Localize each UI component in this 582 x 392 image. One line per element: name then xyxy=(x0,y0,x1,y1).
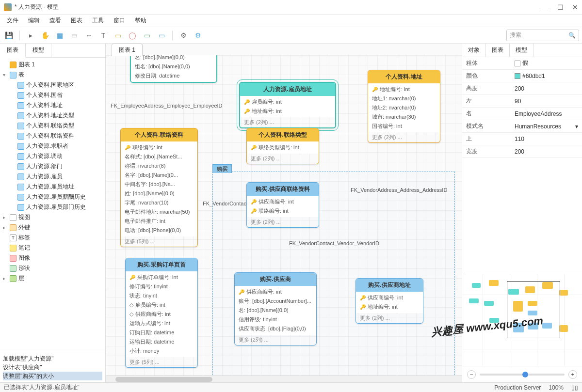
search-placeholder: 搜索 xyxy=(510,31,568,39)
left-panel: 图表 模型 图表 1 ▾表 个人资料.国家地区 个人资料.国省 个人资料.地址 … xyxy=(0,44,106,382)
right-tab-model[interactable]: 模型 xyxy=(510,44,534,57)
tree-table-item[interactable]: 人力资源.部门 xyxy=(26,162,63,171)
log-line: 设计表"供应商" xyxy=(3,363,102,372)
tree-layers-group[interactable]: 层 xyxy=(18,274,24,282)
tree-diagram-root[interactable]: 图表 1 xyxy=(18,61,35,69)
tree-labels-group[interactable]: 标签 xyxy=(18,234,30,242)
hand-icon[interactable]: ✋ xyxy=(39,30,51,41)
chevron-down-icon[interactable]: ▾ xyxy=(575,123,578,130)
note-icon[interactable]: ▭ xyxy=(112,30,124,41)
auto-layout-icon[interactable]: ⚙ xyxy=(178,30,189,41)
diagram-canvas[interactable]: 购买 购买 名: [dbo].[Name](0,0) 组名: [dbo].[Na… xyxy=(106,55,462,376)
zoom-in-button[interactable]: + xyxy=(568,370,577,379)
entity-vendor-contact[interactable]: 购买.供应商联络资料 🔑供应商编号: int 🔑联络编号: int 更多 (2列… xyxy=(246,182,319,228)
tree-table-item[interactable]: 人力资源.雇员部门历史 xyxy=(26,203,86,211)
text-icon[interactable]: T xyxy=(97,30,109,41)
menu-view[interactable]: 查看 xyxy=(46,15,65,26)
image-icon[interactable]: ▭ xyxy=(141,30,153,41)
menu-edit[interactable]: 编辑 xyxy=(24,15,44,26)
entity-employee-address[interactable]: 人力资源.雇员地址 🔑雇员编号: int 🔑地址编号: int 更多 (2列) … xyxy=(239,82,336,128)
key-icon: 🔑 xyxy=(251,145,257,150)
key-icon: 🔑 xyxy=(372,87,378,92)
toolbar: 💾 ▸ ✋ ▦ ▭ ↔ T ▭ ◯ ▭ ▭ ⚙ ⚙ 搜索 🔍 xyxy=(0,27,582,44)
canvas-tab[interactable]: 图表 1 xyxy=(112,44,143,56)
tree-notes-group[interactable]: 笔记 xyxy=(18,244,30,252)
canvas-area[interactable]: 图表 1 购买 购买 名: [dbo].[Name](0,0) 组名: [dbo… xyxy=(106,44,462,382)
checkbox-icon[interactable] xyxy=(515,61,520,66)
pointer-icon[interactable]: ▸ xyxy=(25,30,36,41)
menu-diagram[interactable]: 图表 xyxy=(67,15,86,26)
tree-table-item[interactable]: 个人资料.国省 xyxy=(26,91,63,99)
tree-table-item[interactable]: 个人资料.国家地区 xyxy=(26,81,74,89)
tree-fk-group[interactable]: 外键 xyxy=(18,223,30,232)
tree-table-item[interactable]: 人力资源.雇员地址 xyxy=(26,183,74,191)
zoom-slider[interactable] xyxy=(480,374,565,376)
tree-images-group[interactable]: 图像 xyxy=(18,254,30,262)
status-selection: 已选择表"人力资源.雇员地址" xyxy=(4,383,80,392)
entity-vendor-address[interactable]: 购买.供应商地址 🔑供应商编号: int 🔑地址编号: int 更多 (2列) … xyxy=(356,278,423,324)
statusbar: 已选择表"人力资源.雇员地址" Production Server 100% ▯… xyxy=(0,382,582,392)
menu-window[interactable]: 窗口 xyxy=(110,15,129,26)
key-icon: 🔑 xyxy=(244,109,250,114)
entity-person-address[interactable]: 个人资料.地址 🔑地址编号: int 地址1: nvarchar(0) 地址2:… xyxy=(368,70,440,143)
status-zoom: 100% xyxy=(549,384,564,391)
right-tab-object[interactable]: 对象 xyxy=(462,44,486,57)
left-tab-model[interactable]: 模型 xyxy=(26,44,51,57)
new-view-icon[interactable]: ▭ xyxy=(68,30,80,41)
key-icon: 🔑 xyxy=(360,304,366,310)
search-input[interactable]: 搜索 🔍 xyxy=(506,30,579,41)
right-tab-diagram[interactable]: 图表 xyxy=(486,44,510,57)
tree-table-item[interactable]: 个人资料.联络类型 xyxy=(26,122,74,130)
left-tab-diagram[interactable]: 图表 xyxy=(0,44,26,58)
fk-label: FK_VendorAddress_Address_AddressID xyxy=(351,187,447,193)
tree-table-item[interactable]: 个人资料.地址 xyxy=(26,101,63,110)
log-panel: 加载模型"人力资源" 设计表"供应商" 调整层"购买"的大小 xyxy=(0,352,105,382)
key-icon: 🔑 xyxy=(360,295,366,300)
search-icon: 🔍 xyxy=(568,32,576,39)
color-swatch[interactable] xyxy=(515,73,520,79)
entity-partial[interactable]: 名: [dbo].[Name](0,0) 组名: [dbo].[Name](0,… xyxy=(130,55,217,83)
window-title: * 人力资源 - 模型 xyxy=(15,3,542,11)
settings-icon[interactable]: ⚙ xyxy=(192,30,204,41)
tree-table-item[interactable]: 个人资料.联络资料 xyxy=(26,132,74,140)
tree-table-item[interactable]: 人力资源.雇员 xyxy=(26,172,63,181)
right-panel: 对象 图表 模型 粗体假 颜色#60dbd1 高度200 左90 名Employ… xyxy=(462,44,582,382)
entity-contact-info[interactable]: 个人资料.联络资料 🔑联络编号: int 名样式: [dbo].[NameSt.… xyxy=(120,128,198,247)
layer-label-inner: 购买 xyxy=(217,166,228,173)
layout-toggle-icon[interactable]: ▯▯ xyxy=(571,384,578,391)
close-button[interactable]: ✕ xyxy=(572,3,578,11)
log-line-active: 调整层"购买"的大小 xyxy=(3,372,102,380)
horizontal-scrollbar[interactable] xyxy=(106,376,462,382)
relation-icon[interactable]: ↔ xyxy=(83,30,95,41)
key-icon: 🔑 xyxy=(244,99,250,105)
maximize-button[interactable]: ☐ xyxy=(557,3,564,11)
tree-table-item[interactable]: 人力资源.雇员薪酬历史 xyxy=(26,193,86,201)
save-icon[interactable]: 💾 xyxy=(3,30,15,41)
menu-tools[interactable]: 工具 xyxy=(88,15,108,26)
key-icon: 🔑 xyxy=(251,208,257,214)
tree-table-item[interactable]: 人力资源.调动 xyxy=(26,152,63,160)
key-icon: 🔑 xyxy=(125,145,130,150)
menu-help[interactable]: 帮助 xyxy=(131,15,150,26)
tree-tables-group[interactable]: 表 xyxy=(18,71,24,79)
minimize-button[interactable]: — xyxy=(542,3,549,11)
fk-label: FK_VendorContact_Vendor_VendorID xyxy=(289,240,379,246)
layer-icon[interactable]: ▭ xyxy=(156,30,167,41)
tree-table-item[interactable]: 人力资源.求职者 xyxy=(26,142,68,150)
menubar: 文件 编辑 查看 图表 工具 窗口 帮助 xyxy=(0,15,582,27)
object-tree[interactable]: 图表 1 ▾表 个人资料.国家地区 个人资料.国省 个人资料.地址 个人资料.地… xyxy=(0,58,105,352)
menu-file[interactable]: 文件 xyxy=(3,15,22,26)
new-table-icon[interactable]: ▦ xyxy=(54,30,65,41)
minimap[interactable] xyxy=(462,274,582,366)
entity-po-header[interactable]: 购买.采购订单页首 🔑采购订单编号: int 修订编号: tinyint 状态:… xyxy=(125,258,198,368)
zoom-bar: − + xyxy=(462,366,582,382)
status-server: Production Server xyxy=(494,384,541,391)
zoom-out-button[interactable]: − xyxy=(467,370,476,379)
key-icon: 🔑 xyxy=(251,199,257,204)
tree-table-item[interactable]: 个人资料.地址类型 xyxy=(26,111,74,120)
entity-vendor[interactable]: 购买.供应商 🔑供应商编号: int 账号: [dbo].[AccountNum… xyxy=(234,272,317,345)
shape-icon[interactable]: ◯ xyxy=(127,30,138,41)
tree-shapes-group[interactable]: 形状 xyxy=(18,264,30,272)
tree-views-group[interactable]: 视图 xyxy=(18,213,30,221)
entity-contact-type[interactable]: 个人资料.联络类型 🔑联络类型编号: int 更多 (2列) ... xyxy=(246,128,319,164)
